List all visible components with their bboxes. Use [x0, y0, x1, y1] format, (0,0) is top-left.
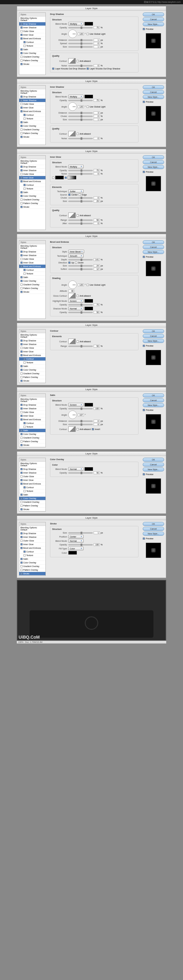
checkbox-icon[interactable] — [21, 444, 22, 446]
style-item-satin[interactable]: Satin — [19, 48, 45, 51]
slider[interactable] — [68, 46, 93, 48]
slider[interactable] — [68, 420, 93, 422]
checkbox-icon[interactable] — [21, 539, 22, 542]
checkbox-icon[interactable] — [21, 494, 22, 496]
value-input[interactable]: 75 — [94, 303, 100, 306]
checkbox[interactable] — [87, 33, 89, 35]
angle-dial[interactable] — [68, 102, 77, 111]
checkbox[interactable] — [77, 215, 79, 216]
dropdown[interactable]: Smooth — [68, 254, 83, 258]
style-item-blending-options-default[interactable]: Blending Options: Default — [19, 89, 45, 95]
checkbox-icon[interactable] — [21, 165, 22, 168]
checkbox-icon[interactable] — [21, 532, 22, 535]
style-item-drop-shadow[interactable]: Drop Shadow — [19, 339, 45, 343]
style-item-texture[interactable]: Texture — [19, 361, 45, 364]
value-input[interactable]: 75 — [94, 99, 100, 102]
style-item-bevel-and-emboss[interactable]: Bevel and Emboss — [19, 418, 45, 422]
checkbox-icon[interactable] — [21, 169, 22, 172]
checkbox-icon[interactable] — [21, 37, 22, 40]
style-item-pattern-overlay[interactable]: Pattern Overlay — [19, 202, 45, 205]
contour-picker[interactable] — [68, 213, 75, 218]
style-item-satin[interactable]: Satin — [19, 557, 45, 561]
slider[interactable] — [68, 269, 93, 270]
style-item-texture[interactable]: Texture — [19, 489, 45, 493]
checkbox-icon[interactable] — [21, 103, 22, 105]
checkbox-icon[interactable] — [21, 56, 22, 58]
checkbox-icon[interactable] — [21, 354, 22, 356]
style-item-color-overlay[interactable]: Color Overlay — [19, 51, 45, 55]
ok-button[interactable]: OK — [143, 85, 164, 89]
checkbox-icon[interactable] — [24, 550, 26, 553]
checkbox-icon[interactable] — [21, 501, 22, 503]
style-item-pattern-overlay[interactable]: Pattern Overlay — [19, 440, 45, 444]
ok-button[interactable]: OK — [143, 13, 164, 16]
checkbox[interactable] — [87, 284, 89, 286]
checkbox-icon[interactable] — [21, 411, 22, 413]
style-item-inner-glow[interactable]: Inner Glow — [19, 414, 45, 418]
value-input[interactable]: 100 — [94, 543, 100, 546]
contour-picker[interactable] — [68, 58, 75, 64]
slider[interactable] — [68, 312, 93, 313]
checkbox-icon[interactable] — [21, 418, 22, 420]
checkbox-icon[interactable] — [24, 269, 26, 271]
new-style-button[interactable]: New Style... — [143, 95, 164, 99]
style-item-inner-glow[interactable]: Inner Glow — [19, 542, 45, 546]
checkbox-icon[interactable] — [21, 191, 22, 193]
checkbox-icon[interactable] — [21, 415, 22, 417]
style-item-inner-glow[interactable]: Inner Glow — [19, 176, 45, 180]
contour-picker[interactable] — [68, 339, 75, 344]
style-item-color-overlay[interactable]: Color Overlay — [19, 194, 45, 198]
slider[interactable] — [68, 265, 93, 266]
dropdown[interactable]: Inner Bevel — [68, 250, 84, 253]
checkbox-icon[interactable] — [21, 283, 22, 286]
slider[interactable] — [68, 197, 93, 199]
checkbox-icon[interactable] — [21, 340, 22, 342]
angle-dial[interactable] — [68, 30, 77, 38]
style-item-bevel-and-emboss[interactable]: Bevel and Emboss — [19, 110, 45, 113]
style-item-inner-shadow[interactable]: Inner Shadow — [19, 169, 45, 172]
color-swatch[interactable] — [85, 403, 93, 407]
style-item-pattern-overlay[interactable]: Pattern Overlay — [19, 568, 45, 572]
cancel-button[interactable]: Cancel — [143, 245, 164, 249]
style-item-contour[interactable]: Contour — [19, 357, 45, 361]
dropdown[interactable]: Multiply — [68, 95, 83, 99]
preview-checkbox[interactable] — [143, 101, 145, 103]
checkbox-icon[interactable] — [21, 202, 22, 204]
style-item-stroke[interactable]: Stroke — [19, 205, 45, 209]
value-input[interactable]: 75 — [94, 169, 100, 172]
checkbox-icon[interactable] — [24, 45, 26, 47]
style-item-pattern-overlay[interactable]: Pattern Overlay — [19, 59, 45, 62]
checkbox-icon[interactable] — [21, 369, 22, 371]
color-swatch[interactable] — [85, 95, 93, 99]
slider[interactable] — [68, 65, 93, 67]
style-item-stroke[interactable]: Stroke — [19, 290, 45, 294]
checkbox-icon[interactable] — [21, 562, 22, 564]
value-input[interactable]: 50 — [94, 219, 100, 221]
gradient-swatch[interactable] — [68, 176, 76, 179]
value-input[interactable]: 1 — [94, 118, 100, 121]
checkbox-icon[interactable] — [21, 30, 22, 32]
style-item-gradient-overlay[interactable]: Gradient Overlay — [19, 55, 45, 59]
style-item-satin[interactable]: Satin — [19, 364, 45, 368]
radio[interactable] — [52, 177, 54, 179]
checkbox-icon[interactable] — [21, 195, 22, 197]
value-input[interactable]: 50 — [94, 311, 100, 314]
checkbox-icon[interactable] — [24, 114, 26, 116]
value-input[interactable]: 120 — [78, 283, 84, 286]
style-item-stroke[interactable]: Stroke — [19, 508, 45, 511]
cancel-button[interactable]: Cancel — [143, 160, 164, 164]
value-input[interactable]: 0 — [94, 115, 100, 118]
contour-picker[interactable] — [68, 131, 75, 137]
style-item-pattern-overlay[interactable]: Pattern Overlay — [19, 286, 45, 290]
preview-checkbox[interactable] — [143, 345, 145, 347]
slider[interactable] — [68, 532, 93, 533]
new-style-button[interactable]: New Style... — [143, 532, 164, 536]
style-item-contour[interactable]: Contour — [19, 550, 45, 554]
value-input[interactable]: 0 — [94, 137, 100, 140]
checkbox-icon[interactable] — [21, 343, 22, 345]
checkbox[interactable] — [77, 340, 79, 343]
checkbox-icon[interactable] — [24, 361, 26, 364]
slider[interactable] — [68, 40, 93, 41]
preview-checkbox[interactable] — [143, 538, 145, 539]
checkbox-icon[interactable] — [21, 433, 22, 435]
